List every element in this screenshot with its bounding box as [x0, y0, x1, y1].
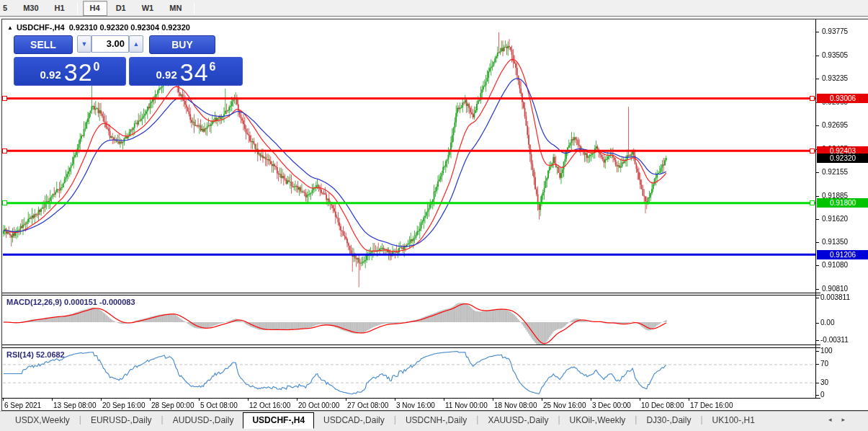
- sell-price-display[interactable]: 0.92 32 0: [14, 57, 126, 86]
- price-tick-label: 0.91080: [822, 261, 848, 270]
- price-tick-label: 0.92155: [822, 168, 848, 177]
- price-tick-mark: [815, 125, 819, 126]
- price-tick-mark: [815, 55, 819, 56]
- mt4-window: 5M30H1H4D1W1MN ▲USDCHF-,H4 0.92310 0.923…: [0, 0, 868, 431]
- date-tick-mark: [640, 399, 640, 401]
- sell-price-sup: 0: [94, 61, 100, 74]
- timeframe-button-m30[interactable]: M30: [16, 1, 45, 16]
- price-tick-label: 0.92695: [822, 121, 848, 130]
- pane-divider: [2, 295, 820, 296]
- date-label: 27 Oct 08:00: [347, 401, 388, 409]
- rsi-tick-mark: [815, 395, 819, 396]
- collapse-triangle-icon[interactable]: ▲: [7, 25, 13, 31]
- chart-tab-dj30-daily[interactable]: DJ30-,Daily: [637, 412, 700, 429]
- hline-right-marker[interactable]: [810, 96, 815, 101]
- chart-tab-usdcad-daily[interactable]: USDCAD-,Daily: [314, 412, 394, 429]
- macd-tick-mark: [815, 340, 819, 341]
- chart-title: ▲USDCHF-,H4 0.92310 0.92320 0.92304 0.92…: [7, 23, 190, 32]
- hline-price-badge: 0.91206: [817, 250, 868, 259]
- date-label: 12 Oct 16:00: [249, 401, 290, 409]
- hline-right-marker[interactable]: [810, 148, 815, 154]
- pane-divider[interactable]: [2, 293, 820, 293]
- macd-tick-mark: [815, 298, 819, 298]
- date-label: 3 Nov 16:00: [396, 401, 435, 409]
- chart-tab-eurusd-daily[interactable]: EURUSD-,Daily: [81, 412, 161, 429]
- date-tick-mark: [52, 399, 53, 401]
- pane-divider: [2, 347, 820, 348]
- timeframe-button-h1[interactable]: H1: [48, 1, 72, 16]
- volume-input[interactable]: 3.00: [91, 35, 129, 53]
- date-tick-mark: [297, 399, 297, 401]
- buy-button[interactable]: BUY: [149, 35, 215, 54]
- chart-tab-usdx-weekly[interactable]: USDX,Weekly: [6, 412, 79, 429]
- buy-price-display[interactable]: 0.92 34 6: [129, 57, 243, 86]
- macd-tick-mark: [815, 323, 819, 324]
- chart-tab-uk100-h1[interactable]: UK100-,H1: [703, 412, 764, 429]
- sell-button[interactable]: SELL: [14, 35, 73, 54]
- rsi-tick-label: 100: [820, 347, 833, 355]
- price-tick-mark: [815, 242, 819, 243]
- date-label: 28 Sep 00:00: [151, 401, 194, 409]
- rsi-tick-mark: [815, 383, 819, 383]
- macd-tick-label: -0.00311: [820, 336, 849, 345]
- macd-name: MACD(12,26,9): [6, 298, 62, 306]
- chart-tab-xauusd-daily[interactable]: XAUUSD-,Daily: [478, 412, 558, 429]
- price-tick-label: 0.93235: [822, 74, 848, 83]
- macd-main-value: 0.000151: [64, 298, 97, 306]
- timeframe-button-d1[interactable]: D1: [109, 1, 133, 16]
- date-label: 11 Nov 00:00: [445, 401, 488, 409]
- date-tick-mark: [444, 399, 444, 401]
- hline-left-marker[interactable]: [2, 148, 7, 154]
- timeframe-button-h4[interactable]: H4: [83, 1, 107, 16]
- chart-tab-audusd-daily[interactable]: AUDUSD-,Daily: [164, 412, 243, 429]
- toolbar-separator: [194, 2, 194, 14]
- date-label: 3 Dec 00:00: [592, 401, 631, 409]
- chart-tab-usdchf-h4[interactable]: USDCHF-,H4: [243, 412, 314, 429]
- date-tick-mark: [199, 399, 200, 401]
- hline-left-marker[interactable]: [2, 96, 7, 101]
- rsi-tick-label: 30: [820, 378, 828, 387]
- tab-scroll-arrows: ◂▸: [828, 416, 855, 423]
- sell-price-big: 32: [64, 61, 93, 83]
- date-label: 13 Sep 08:00: [53, 401, 97, 409]
- rsi-tick-mark: [815, 364, 819, 365]
- timeframe-button-5[interactable]: 5: [0, 1, 14, 16]
- rsi-tick-label: 0: [820, 391, 825, 399]
- date-tick-mark: [346, 399, 346, 401]
- timeframe-toolbar: 5M30H1H4D1W1MN: [0, 0, 868, 17]
- date-label: 10 Dec 08:00: [641, 401, 684, 409]
- volume-increase-button[interactable]: ▲: [129, 35, 143, 53]
- buy-price-big: 34: [180, 61, 209, 83]
- date-label: 6 Sep 2021: [4, 401, 41, 409]
- date-tick-mark: [493, 399, 493, 401]
- volume-decrease-button[interactable]: ▼: [77, 35, 91, 53]
- sell-price-small: 0.92: [40, 67, 61, 83]
- macd-tick-label: 0.003811: [820, 293, 850, 302]
- symbol-period-label: USDCHF-,H4: [17, 23, 65, 32]
- price-tick-mark: [815, 32, 819, 32]
- pane-divider: [2, 398, 820, 399]
- tab-scroll-left-icon[interactable]: ◂: [828, 416, 842, 423]
- date-tick-mark: [591, 399, 591, 401]
- hline-right-marker[interactable]: [810, 200, 815, 205]
- date-tick-mark: [689, 399, 689, 401]
- timeframe-button-w1[interactable]: W1: [135, 1, 161, 16]
- price-tick-label: 0.93505: [822, 51, 848, 60]
- timeframe-button-mn[interactable]: MN: [162, 1, 189, 16]
- price-tick-label: 0.93775: [822, 27, 848, 36]
- chart-window: ▲USDCHF-,H4 0.92310 0.92320 0.92304 0.92…: [1, 19, 868, 411]
- date-label: 20 Sep 16:00: [102, 401, 146, 409]
- price-axis-border: [815, 19, 816, 398]
- price-tick-mark: [815, 196, 819, 197]
- ohlc-values: 0.92310 0.92320 0.92304 0.92320: [69, 23, 190, 32]
- rsi-canvas[interactable]: [3, 347, 815, 398]
- chart-tab-ukoil-weekly[interactable]: UKOil-,Weekly: [560, 412, 635, 429]
- tab-scroll-right-icon[interactable]: ▸: [841, 416, 855, 423]
- price-tick-mark: [815, 172, 819, 173]
- hline-left-marker[interactable]: [2, 200, 7, 205]
- pane-divider[interactable]: [2, 345, 820, 345]
- macd-signal-value: -0.000083: [99, 298, 135, 306]
- chart-tab-usdcnh-daily[interactable]: USDCNH-,Daily: [396, 412, 476, 429]
- price-tick-label: 0.91350: [822, 238, 848, 246]
- tab-bar: USDX,Weekly|EURUSD-,Daily|AUDUSD-,DailyU…: [0, 411, 868, 431]
